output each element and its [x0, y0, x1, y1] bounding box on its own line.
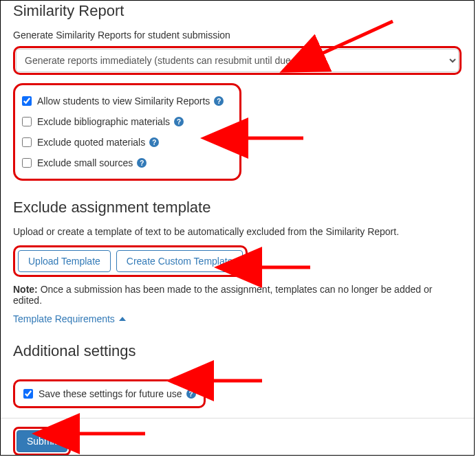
exclude-small-checkbox[interactable]	[22, 158, 32, 168]
exclude-bibliographic-checkbox[interactable]	[22, 117, 32, 126]
create-custom-template-button[interactable]: Create Custom Template	[116, 250, 244, 272]
help-icon[interactable]: ?	[137, 158, 147, 168]
chevron-up-icon	[119, 317, 126, 321]
generate-reports-select-highlight: Generate reports immediately (students c…	[13, 46, 462, 75]
panel-body: Similarity Report Generate Similarity Re…	[1, 1, 474, 419]
allow-view-label: Allow students to view Similarity Report…	[37, 96, 210, 107]
exclude-template-description: Upload or create a template of text to b…	[13, 226, 462, 237]
exclude-quoted-checkbox[interactable]	[22, 137, 32, 147]
save-settings-highlight: Save these settings for future use ?	[13, 379, 206, 408]
option-exclude-small: Exclude small sources ?	[19, 153, 232, 173]
help-icon[interactable]: ?	[186, 389, 196, 399]
upload-template-button[interactable]: Upload Template	[18, 250, 111, 272]
exclude-template-heading: Exclude assignment template	[13, 199, 462, 216]
help-icon[interactable]: ?	[149, 137, 159, 147]
help-icon[interactable]: ?	[214, 96, 224, 106]
option-save-settings: Save these settings for future use ?	[21, 386, 198, 402]
submit-button[interactable]: Submit	[17, 430, 67, 452]
settings-panel: Similarity Report Generate Similarity Re…	[0, 0, 475, 456]
option-allow-view: Allow students to view Similarity Report…	[19, 91, 232, 111]
note-text: Once a submission has been made to the a…	[13, 284, 432, 306]
allow-view-checkbox[interactable]	[22, 96, 32, 106]
template-requirements-label: Template Requirements	[13, 313, 115, 324]
exclude-bibliographic-label: Exclude bibliographic materials	[37, 116, 170, 127]
similarity-options-highlight: Allow students to view Similarity Report…	[13, 83, 241, 181]
submit-highlight: Submit	[13, 427, 71, 456]
template-note: Note: Once a submission has been made to…	[13, 284, 462, 306]
save-settings-checkbox[interactable]	[23, 389, 33, 399]
option-exclude-quoted: Exclude quoted materials ?	[19, 132, 232, 153]
exclude-quoted-label: Exclude quoted materials	[37, 137, 145, 148]
save-settings-label: Save these settings for future use	[39, 388, 182, 399]
generate-reports-select[interactable]: Generate reports immediately (students c…	[16, 49, 459, 72]
help-icon[interactable]: ?	[174, 117, 184, 126]
additional-settings-heading: Additional settings	[13, 342, 462, 360]
option-exclude-bibliographic: Exclude bibliographic materials ?	[19, 111, 232, 132]
template-buttons-highlight: Upload Template Create Custom Template	[13, 245, 248, 277]
panel-footer: Submit	[1, 419, 474, 456]
exclude-small-label: Exclude small sources	[37, 157, 133, 168]
template-requirements-toggle[interactable]: Template Requirements	[13, 313, 126, 324]
generate-reports-label: Generate Similarity Reports for student …	[13, 30, 462, 41]
note-label: Note:	[13, 284, 38, 295]
similarity-report-heading: Similarity Report	[13, 1, 462, 20]
